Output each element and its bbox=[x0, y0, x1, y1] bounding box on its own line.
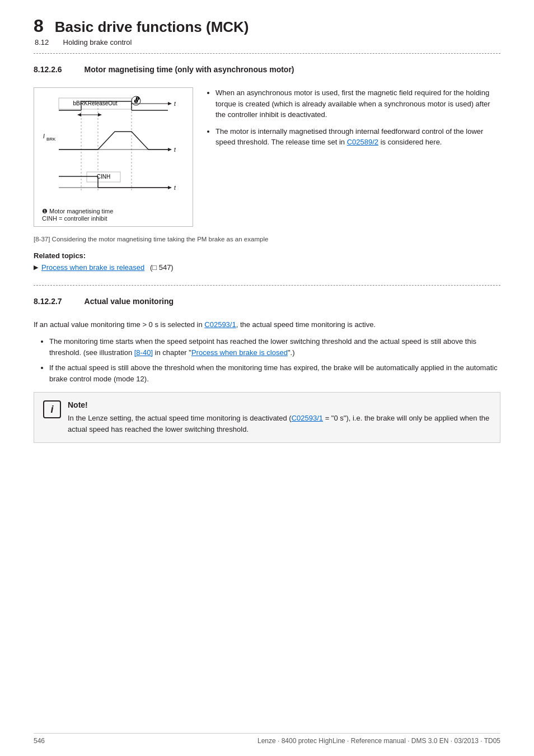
caption-line-2: CINH = controller inhibit bbox=[42, 215, 185, 222]
bullet-item-1: When an asynchronous motor is used, firs… bbox=[216, 87, 500, 120]
svg-text:t: t bbox=[174, 101, 176, 107]
sub-section-label: 8.12 Holding brake control bbox=[34, 38, 500, 46]
page-footer: 546 Lenze · 8400 protec HighLine · Refer… bbox=[34, 733, 500, 745]
svg-text:I: I bbox=[43, 133, 45, 139]
related-link-1: ▶ Process when brake is released (□ 547) bbox=[34, 263, 500, 272]
link-8-40[interactable]: [8-40] bbox=[134, 348, 153, 357]
note-icon: i bbox=[43, 400, 61, 418]
right-text-826: When an asynchronous motor is used, firs… bbox=[207, 87, 500, 227]
footer-right-text: Lenze · 8400 protec HighLine · Reference… bbox=[257, 737, 500, 745]
arrow-icon: ▶ bbox=[34, 264, 38, 271]
link-c02593-intro[interactable]: C02593/1 bbox=[204, 320, 236, 329]
bullet-list-826: When an asynchronous motor is used, firs… bbox=[207, 87, 500, 148]
link-c02589[interactable]: C02589/2 bbox=[347, 138, 378, 146]
svg-text:❶: ❶ bbox=[135, 96, 140, 101]
sub-section-title: Holding brake control bbox=[63, 38, 132, 46]
diagram-svg: bBRKReleaseOut ❶ t bbox=[42, 94, 185, 203]
related-topics: Related topics: ▶ Process when brake is … bbox=[34, 251, 500, 272]
section-heading-row-827: 8.12.2.7 Actual value monitoring bbox=[34, 297, 500, 314]
svg-marker-30 bbox=[77, 113, 81, 116]
section-title-827: Actual value monitoring bbox=[85, 297, 174, 306]
note-body: In the Lenze setting, the actual speed t… bbox=[68, 413, 491, 435]
sub-section-number: 8.12 bbox=[35, 38, 49, 46]
svg-marker-18 bbox=[168, 148, 172, 151]
bullet-item-827-1: The monitoring time starts when the spee… bbox=[49, 336, 500, 358]
section-number-827: 8.12.2.7 bbox=[34, 297, 62, 306]
page-number: 546 bbox=[34, 737, 45, 745]
chapter-title: Basic drive functions (MCK) bbox=[55, 18, 249, 36]
related-link-page: (□ 547) bbox=[148, 263, 173, 272]
link-process-brake-closed[interactable]: Process when brake is closed bbox=[191, 348, 288, 357]
svg-marker-26 bbox=[168, 186, 172, 189]
caption-line-1: ❶ Motor magnetising time bbox=[42, 208, 185, 215]
diagram-box: bBRKReleaseOut ❶ t bbox=[34, 87, 193, 227]
section-8-12-2-6: 8.12.2.6 Motor magnetising time (only wi… bbox=[34, 65, 500, 272]
section-divider bbox=[34, 53, 500, 54]
note-title: Note! bbox=[68, 400, 491, 409]
figure-caption-text: [8-37] Considering the motor magnetising… bbox=[34, 236, 268, 242]
chapter-number: 8 bbox=[34, 17, 44, 35]
section-title-826: Motor magnetising time (only with asynch… bbox=[85, 65, 294, 74]
bullet-item-827-2: If the actual speed is still above the t… bbox=[49, 362, 500, 384]
note-content: Note! In the Lenze setting, the actual s… bbox=[68, 400, 491, 435]
section-number-826: 8.12.2.6 bbox=[34, 65, 62, 74]
figure-caption-837: [8-37] Considering the motor magnetising… bbox=[34, 236, 500, 242]
intro-text-827: If an actual value monitoring time > 0 s… bbox=[34, 319, 500, 330]
section-heading-row: 8.12.2.6 Motor magnetising time (only wi… bbox=[34, 65, 500, 82]
svg-marker-31 bbox=[98, 113, 102, 116]
svg-text:t: t bbox=[174, 147, 176, 153]
svg-marker-5 bbox=[168, 102, 172, 105]
related-link-process-brake-released[interactable]: Process when brake is released bbox=[41, 263, 144, 272]
svg-text:BRK: BRK bbox=[46, 137, 56, 142]
diagram-caption: ❶ Motor magnetising time CINH = controll… bbox=[42, 208, 185, 222]
page: 8 Basic drive functions (MCK) 8.12 Holdi… bbox=[0, 0, 534, 756]
bullet-list-827: The monitoring time starts when the spee… bbox=[34, 336, 500, 384]
svg-text:CINH: CINH bbox=[97, 174, 110, 180]
svg-text:t: t bbox=[174, 185, 176, 191]
section-8-12-2-7: 8.12.2.7 Actual value monitoring If an a… bbox=[34, 297, 500, 443]
section-divider-2 bbox=[34, 285, 500, 286]
note-box: i Note! In the Lenze setting, the actual… bbox=[34, 392, 500, 443]
content-row-826: bBRKReleaseOut ❶ t bbox=[34, 87, 500, 227]
page-header: 8 Basic drive functions (MCK) bbox=[34, 17, 500, 36]
related-topics-title: Related topics: bbox=[34, 251, 500, 260]
link-c02593-note[interactable]: C02593/1 bbox=[292, 414, 323, 422]
bullet-item-2: The motor is internally magnetised throu… bbox=[216, 126, 500, 148]
